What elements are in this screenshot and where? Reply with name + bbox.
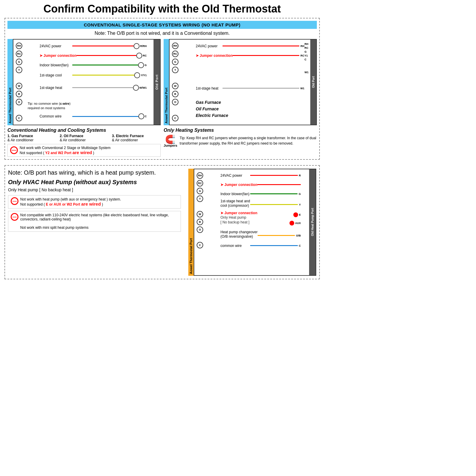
- bot-port-G: G: [299, 192, 301, 195]
- left-diagram-title: Conventional Heating and Cooling Systems: [7, 128, 161, 133]
- bottom-diagram-flex: Aowel Thermostat Port RH RC G Y W B O C: [188, 169, 316, 276]
- bot-line-24vac: [250, 175, 298, 176]
- wire-heat: [72, 87, 133, 88]
- jumpers-label: Jumpers: [164, 144, 177, 147]
- rport-C: C: [305, 58, 309, 61]
- label-fan: Indoor blower(fan): [40, 63, 72, 67]
- bot-E-AUX: E AUX: [257, 211, 301, 227]
- bottom-wiring-area: 24VAC power R ➤ Jumper connection Indoor…: [209, 171, 301, 250]
- bot-line-ob: [258, 235, 295, 236]
- spacer1: [16, 75, 22, 81]
- bot-label-cool: 1st-stage heat andcool (compressor): [220, 199, 250, 208]
- right-wire-jumper-line: [233, 55, 299, 56]
- bottom-sub: Only Heat pump [ No backup heat ]: [8, 187, 181, 192]
- label-24vac: 24VAC power: [40, 44, 72, 48]
- right-port-RH: RH: [300, 45, 304, 48]
- bot-label-ob: Heat pump changeover(O/B reversingvalve): [220, 230, 258, 239]
- wire-jumper: [76, 55, 136, 56]
- bot-label-common: common wire: [220, 244, 250, 248]
- terminal-G-right: G: [172, 59, 178, 65]
- old-hp-port-text: Old Heat Pump Port: [311, 208, 314, 236]
- right-wire-heat-line: [223, 88, 299, 89]
- right-label-heat: 1st-stage heat: [196, 86, 223, 90]
- left-warning: — Not work with Conventional 2 Stage or …: [7, 144, 161, 157]
- jumper-icon-wrap: 🧲 Jumpers: [164, 135, 177, 147]
- port-label-G: G: [145, 64, 147, 67]
- left-warning-inner: — Not work with Conventional 2 Stage or …: [10, 146, 158, 155]
- port-label-W: W/W1: [140, 86, 147, 89]
- bot-wire-jumper: ➤ Jumper connection: [209, 181, 301, 189]
- old-port-text-left: Old Port: [155, 74, 159, 90]
- system-1: 1. Gas Furnace& Air conditioner: [7, 134, 56, 142]
- bottom-section: Note: O/B port has wiring, which is a he…: [4, 165, 320, 279]
- port-label-C: C: [145, 115, 147, 118]
- rport-W1: W1: [305, 71, 309, 74]
- jumper-tip: 🧲 Jumpers Tip: Keep RH and RC jumpers wh…: [164, 135, 317, 147]
- terminal-RC-right: RC: [172, 51, 178, 57]
- terminal-C-right: C: [172, 115, 178, 121]
- right-label-24vac: 24VAC power: [196, 44, 223, 48]
- right-wire-row-24vac: 24VAC power RH: [184, 41, 304, 51]
- bot-label-jumper2: ➤ Jumper connection Only Heat pump[ No b…: [220, 211, 257, 225]
- terminal-W-right: W: [172, 83, 178, 89]
- term-W-bot: W: [197, 211, 203, 217]
- term-C-bot: C: [197, 242, 203, 248]
- terminal-right-Y: [134, 72, 140, 78]
- right-wire-heat: 1st-stage heat W1: [184, 84, 304, 93]
- terminal-O-left: O: [16, 99, 22, 105]
- term-G-bot: G: [197, 188, 203, 194]
- bottom-left: Note: O/B port has wiring, which is a he…: [8, 169, 184, 276]
- right-port-labels: RH RC G Y1 C W1: [305, 43, 309, 74]
- bot-AUX-row: AUX: [288, 221, 301, 226]
- right-label-jumper: ➤ Jumper connection: [196, 54, 233, 58]
- terminal-Y-right: Y: [172, 67, 178, 73]
- top-note: Note: The O/B port is not wired, and it …: [7, 31, 317, 36]
- bot-port-Y: Y: [299, 203, 301, 206]
- aowel-port-label-bottom: Aowel Thermostat Port: [188, 169, 194, 276]
- bot-port-E: E: [299, 213, 301, 216]
- right-diagram-box: RH RC G Y W B O C: [169, 39, 317, 125]
- bot-wire-fan: Indoor blower(fan) G: [209, 190, 301, 198]
- bottom-diagram-box: RH RC G Y W B O C 24VAC power: [194, 169, 316, 276]
- label-jumper: ➤ Jumper connection: [40, 54, 76, 58]
- rport-Y1: Y1: [305, 54, 309, 57]
- left-diagram-container: Aowel Thermostat Port RH RC G Y W B O: [7, 39, 161, 157]
- right-wire-24vac: [223, 46, 299, 46]
- terminal-RH-right: RH: [172, 43, 178, 49]
- old-port-block-left: Old Port: [154, 40, 160, 125]
- system-3: 3. Electric Furnace& Air conditioner: [112, 134, 161, 142]
- furnace-types: Gas FurnaceOil FurnaceElectric Furnace: [196, 99, 304, 119]
- banner: CONVENTIONAL SINGLE-STAGE SYSTEMS WIRING…: [7, 21, 317, 29]
- wire-row-24vac: 24VAC power R/RH: [28, 41, 147, 51]
- bottom-warning-2: — Not compatible with 110-240V electric …: [8, 211, 181, 232]
- right-wiring-area: 24VAC power RH ➤ Jumper connection RC: [184, 41, 304, 119]
- terminal-O-right: O: [172, 99, 178, 105]
- terminal-right-RH: [134, 43, 140, 49]
- term-Y-bot: Y: [197, 195, 203, 202]
- left-wiring-area: 24VAC power R/RH ➤ Jumper connection RC: [28, 41, 147, 121]
- old-port-text-right: Old Port: [312, 76, 315, 88]
- bot-line-jumper: [257, 184, 301, 185]
- terminal-right-C: [138, 113, 144, 119]
- left-terminals: RH RC G Y W B O C: [16, 43, 22, 121]
- rport-G: G: [305, 50, 309, 53]
- page-title: Confirm Compatibility with the Old Therm…: [4, 3, 320, 15]
- bot-line-fan: [250, 193, 298, 194]
- term-RC-bot: RC: [197, 180, 203, 187]
- wire-row-cool: 1st-stage cool Y/Y1: [28, 71, 147, 80]
- terminal-RC-left: RC: [16, 51, 22, 57]
- left-diagram-box: RH RC G Y W B O C: [13, 39, 161, 125]
- bot-label-24vac: 24VAC power: [220, 173, 250, 178]
- bot-wire-jumper2: ➤ Jumper connection Only Heat pump[ No b…: [209, 211, 301, 229]
- terminal-B-right: B: [172, 91, 178, 97]
- jumper-magnet-icon: 🧲: [165, 135, 176, 144]
- terminal-C-left: C: [16, 115, 22, 121]
- right-diagram-title: Only Heating Systems: [164, 128, 317, 133]
- no-icon-bottom2: —: [11, 213, 18, 221]
- wire-cool: [72, 75, 134, 76]
- label-cool: 1st-stage cool: [40, 73, 72, 77]
- old-port-block-right: Old Port: [310, 40, 316, 125]
- rport-RC: RC: [305, 46, 309, 49]
- terminal-Y-left: Y: [16, 67, 22, 73]
- rport-RH: RH: [305, 43, 309, 46]
